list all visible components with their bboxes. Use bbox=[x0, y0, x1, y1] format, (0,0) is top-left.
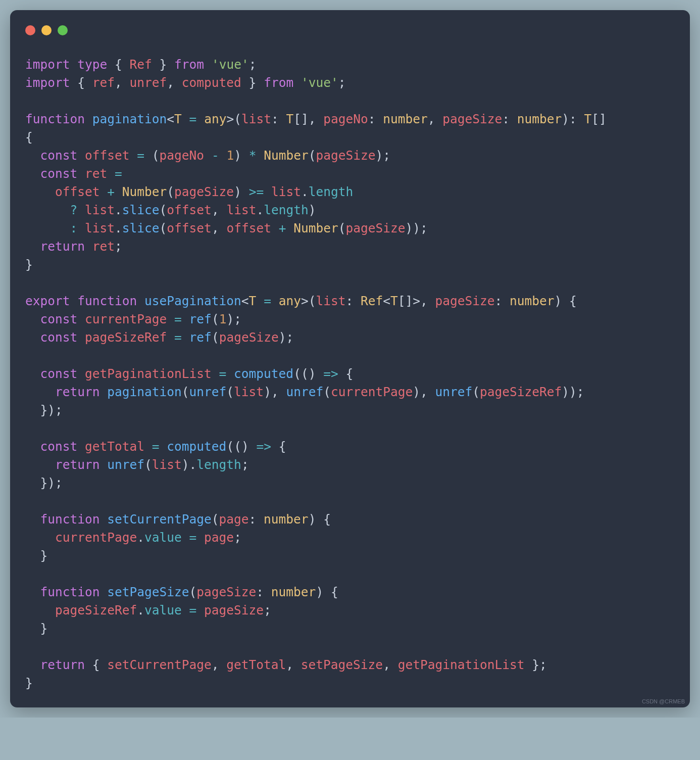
code-token bbox=[182, 112, 189, 126]
code-token bbox=[25, 239, 40, 254]
code-token: ) bbox=[234, 184, 249, 199]
code-token: function bbox=[40, 512, 100, 527]
code-token bbox=[85, 112, 92, 126]
code-token bbox=[77, 439, 85, 454]
code-token: const bbox=[40, 330, 78, 345]
code-token: function bbox=[25, 112, 85, 126]
code-token: getTotal bbox=[226, 657, 286, 672]
code-token: ) bbox=[309, 203, 316, 217]
code-token: pageSize bbox=[316, 148, 376, 163]
code-token bbox=[25, 585, 40, 599]
code-token: ; bbox=[264, 603, 271, 618]
code-token bbox=[77, 148, 85, 163]
code-token: []>, bbox=[398, 294, 435, 308]
code-token: list bbox=[85, 203, 115, 217]
code-token: ; bbox=[249, 57, 257, 72]
code-token: const bbox=[40, 366, 78, 381]
code-token: = bbox=[189, 112, 197, 126]
code-token: [] bbox=[591, 112, 614, 126]
code-token: list bbox=[271, 184, 301, 199]
code-token: T bbox=[584, 112, 592, 126]
code-token: ) { bbox=[309, 512, 331, 527]
code-token: . bbox=[301, 184, 309, 199]
code-token: = bbox=[152, 439, 160, 454]
code-token: length bbox=[309, 184, 354, 199]
code-token: unref bbox=[130, 75, 167, 90]
code-token: ( bbox=[160, 203, 167, 217]
code-token: page bbox=[204, 530, 234, 545]
code-token: ); bbox=[279, 330, 294, 345]
code-token: = bbox=[264, 294, 271, 308]
code-token: >( bbox=[301, 294, 316, 308]
code-token: ); bbox=[226, 312, 241, 326]
maximize-icon[interactable] bbox=[58, 25, 68, 35]
code-token: value bbox=[144, 530, 182, 545]
code-token: . bbox=[137, 530, 144, 545]
close-icon[interactable] bbox=[25, 25, 35, 35]
code-token: import bbox=[25, 75, 70, 90]
code-token bbox=[137, 294, 144, 308]
code-token: from bbox=[264, 75, 293, 90]
code-token: Number bbox=[122, 184, 167, 199]
code-token: const bbox=[40, 312, 78, 326]
code-token: , bbox=[383, 657, 398, 672]
code-token bbox=[226, 366, 234, 381]
code-token: ). bbox=[182, 457, 197, 472]
code-token: , bbox=[115, 75, 130, 90]
code-token: pageSize bbox=[435, 294, 495, 308]
code-token: value bbox=[144, 603, 182, 618]
code-token: ), bbox=[264, 385, 286, 399]
code-token: list bbox=[152, 457, 182, 472]
code-token: pagination bbox=[107, 385, 182, 399]
code-token: slice bbox=[122, 221, 160, 235]
code-token: , bbox=[428, 112, 443, 126]
code-token: ( bbox=[212, 312, 219, 326]
code-token: list bbox=[226, 203, 256, 217]
code-token bbox=[182, 530, 189, 545]
code-token: : bbox=[271, 112, 286, 126]
code-token: computed bbox=[182, 75, 241, 90]
code-token: setPageSize bbox=[301, 657, 383, 672]
code-token: { bbox=[85, 657, 107, 672]
code-token bbox=[212, 366, 219, 381]
code-token: ( bbox=[182, 385, 189, 399]
code-token bbox=[85, 239, 92, 254]
code-token: } bbox=[25, 676, 33, 690]
code-token: < bbox=[241, 294, 249, 308]
code-token: , bbox=[286, 657, 301, 672]
code-token bbox=[182, 330, 189, 345]
code-token bbox=[264, 184, 271, 199]
code-token: unref bbox=[107, 457, 144, 472]
code-token: : bbox=[70, 221, 78, 235]
code-token bbox=[25, 657, 40, 672]
code-token: , bbox=[212, 221, 227, 235]
code-token: return bbox=[40, 657, 85, 672]
code-token: = bbox=[137, 148, 144, 163]
code-token: number bbox=[510, 294, 555, 308]
code-token: pageSizeRef bbox=[85, 330, 167, 345]
code-token bbox=[25, 512, 40, 527]
code-token: (() bbox=[293, 366, 323, 381]
code-token: offset bbox=[226, 221, 271, 235]
code-token bbox=[107, 166, 115, 181]
code-token: ref bbox=[189, 312, 212, 326]
code-token: { bbox=[70, 75, 92, 90]
code-token: return bbox=[40, 239, 85, 254]
code-token: list bbox=[234, 385, 264, 399]
code-token: { bbox=[25, 130, 33, 145]
code-token: ( bbox=[160, 221, 167, 235]
minimize-icon[interactable] bbox=[41, 25, 52, 35]
code-token: const bbox=[40, 439, 78, 454]
code-token: }; bbox=[524, 657, 546, 672]
code-token bbox=[144, 439, 152, 454]
code-token: ( bbox=[472, 385, 480, 399]
code-token: const bbox=[40, 166, 78, 181]
code-token: computed bbox=[167, 439, 226, 454]
code-token: type bbox=[77, 57, 107, 72]
code-token: T bbox=[390, 294, 398, 308]
code-token bbox=[25, 184, 55, 199]
code-token: unref bbox=[435, 385, 472, 399]
code-token: ? bbox=[70, 203, 78, 217]
code-token: T bbox=[174, 112, 182, 126]
code-token: } bbox=[25, 257, 33, 272]
